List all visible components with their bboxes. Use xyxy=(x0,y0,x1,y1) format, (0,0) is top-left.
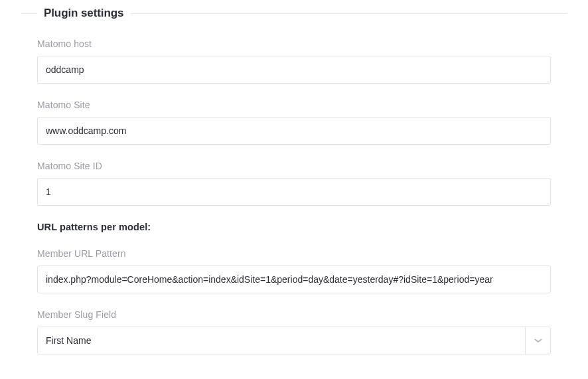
url-patterns-heading: URL patterns per model: xyxy=(37,222,551,232)
select-member-slug-toggle[interactable] xyxy=(525,327,550,354)
field-matomo-host: Matomo host xyxy=(37,38,551,84)
input-matomo-site[interactable] xyxy=(37,117,551,145)
field-matomo-site: Matomo Site xyxy=(37,100,551,145)
input-matomo-site-id[interactable] xyxy=(37,178,551,206)
label-matomo-host: Matomo host xyxy=(37,38,551,49)
input-matomo-host[interactable] xyxy=(37,56,551,84)
form-content: Matomo host Matomo Site Matomo Site ID U… xyxy=(21,38,567,354)
fieldset-legend: Plugin settings xyxy=(37,7,130,20)
select-member-slug-value[interactable]: First Name xyxy=(38,327,525,354)
select-member-slug[interactable]: First Name xyxy=(37,327,551,354)
field-matomo-site-id: Matomo Site ID xyxy=(37,161,551,206)
field-member-slug: Member Slug Field First Name xyxy=(37,309,551,354)
label-matomo-site: Matomo Site xyxy=(37,100,551,110)
label-member-url-pattern: Member URL Pattern xyxy=(37,248,551,259)
plugin-settings-fieldset: Plugin settings Matomo host Matomo Site … xyxy=(21,7,567,354)
label-member-slug: Member Slug Field xyxy=(37,309,551,320)
input-member-url-pattern[interactable] xyxy=(37,265,551,293)
field-member-url-pattern: Member URL Pattern xyxy=(37,248,551,293)
fieldset-legend-row: Plugin settings xyxy=(21,7,567,20)
chevron-down-icon xyxy=(534,337,542,344)
label-matomo-site-id: Matomo Site ID xyxy=(37,161,551,171)
